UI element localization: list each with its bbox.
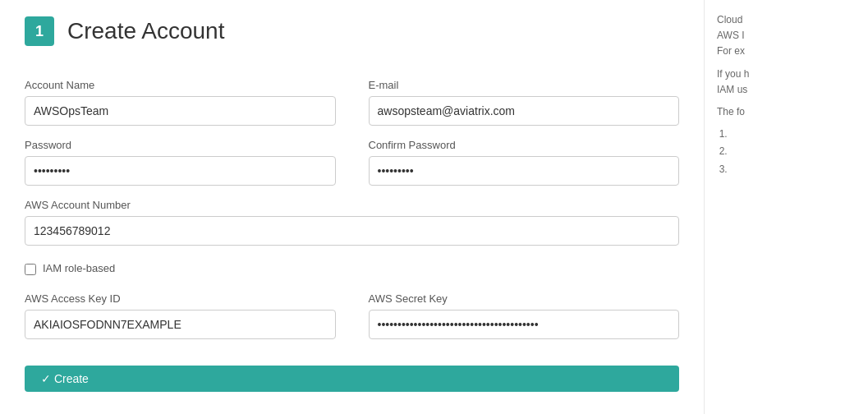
- iam-role-checkbox-group: IAM role-based: [25, 262, 679, 276]
- aws-access-key-input[interactable]: [25, 310, 336, 339]
- page-header: 1 Create Account: [25, 16, 679, 46]
- sidebar-list-item-1: [730, 126, 856, 142]
- sidebar-help-text: CloudAWS IFor ex If you hIAM us The fo: [717, 12, 856, 177]
- step-badge: 1: [25, 16, 54, 46]
- sidebar-list-item-3: [730, 162, 856, 177]
- sidebar-line2: If you hIAM us: [717, 67, 856, 98]
- aws-secret-key-input[interactable]: [369, 310, 680, 339]
- aws-account-number-label: AWS Account Number: [25, 199, 679, 211]
- main-content: 1 Create Account Account Name E-mail Pas…: [0, 0, 704, 414]
- confirm-password-group: Confirm Password: [369, 139, 680, 186]
- aws-access-key-group: AWS Access Key ID: [25, 292, 336, 339]
- sidebar-line3: The fo: [717, 104, 856, 120]
- password-label: Password: [25, 139, 336, 151]
- confirm-password-input[interactable]: [369, 156, 680, 186]
- create-button-label: ✓ Create: [41, 372, 89, 385]
- iam-role-label: IAM role-based: [43, 262, 115, 274]
- password-input[interactable]: [25, 156, 336, 186]
- step-number: 1: [35, 23, 44, 40]
- account-name-input[interactable]: [25, 96, 336, 126]
- iam-role-group: IAM role-based: [25, 259, 679, 279]
- aws-secret-key-label: AWS Secret Key: [369, 292, 680, 305]
- account-name-label: Account Name: [25, 79, 336, 91]
- confirm-password-label: Confirm Password: [369, 139, 680, 151]
- aws-secret-key-group: AWS Secret Key: [369, 292, 680, 339]
- email-group: E-mail: [369, 79, 680, 126]
- sidebar-list: [717, 126, 856, 177]
- email-label: E-mail: [369, 79, 680, 91]
- password-group: Password: [25, 139, 336, 186]
- sidebar-line1: CloudAWS IFor ex: [717, 12, 856, 60]
- sidebar-list-item-2: [730, 144, 856, 159]
- page-title: Create Account: [67, 18, 224, 44]
- create-button[interactable]: ✓ Create: [25, 366, 679, 392]
- email-input[interactable]: [369, 96, 680, 126]
- aws-access-key-label: AWS Access Key ID: [25, 292, 336, 305]
- sidebar: CloudAWS IFor ex If you hIAM us The fo: [704, 0, 868, 414]
- aws-account-number-input[interactable]: [25, 216, 679, 246]
- iam-role-checkbox[interactable]: [25, 264, 36, 275]
- create-account-form: Account Name E-mail Password Confirm Pas…: [25, 79, 679, 392]
- account-name-group: Account Name: [25, 79, 336, 126]
- create-button-group: ✓ Create: [25, 352, 679, 392]
- aws-account-number-group: AWS Account Number: [25, 199, 679, 246]
